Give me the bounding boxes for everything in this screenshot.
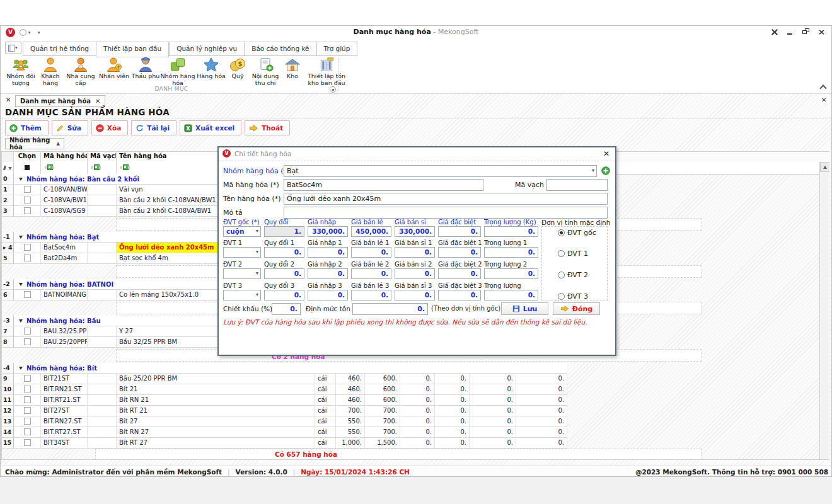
header-ma-hang-hoa[interactable]: Mã hàng hóa — [41, 152, 88, 162]
unit-value-field[interactable]: 0. — [395, 290, 435, 301]
add-group-icon[interactable] — [601, 166, 610, 175]
row-checkbox[interactable] — [24, 255, 31, 261]
close-button[interactable]: Đóng — [553, 302, 600, 315]
toolbar-item-nhan-vien[interactable]: Nhân viên — [97, 56, 131, 80]
document-tab[interactable]: Danh mục hàng hóa✕ — [15, 95, 105, 107]
close-all-tabs-icon[interactable]: ✕ — [6, 96, 11, 103]
collapse-triangle-icon[interactable] — [19, 319, 23, 323]
unit-value-field[interactable]: 1. — [264, 226, 304, 237]
unit-value-field[interactable]: 450,000. — [351, 226, 391, 237]
default-unit-radio[interactable]: ĐVT gốc — [558, 229, 596, 237]
scroll-up-icon[interactable] — [820, 162, 829, 172]
toolbar-item-quy[interactable]: $ Quỹ — [227, 56, 248, 80]
row-checkbox[interactable] — [24, 338, 31, 345]
group-dialog-launcher-icon[interactable] — [330, 86, 336, 93]
fit-window-icon[interactable] — [771, 28, 778, 36]
toolbar-item-hang-hoa[interactable]: Hàng hóa — [195, 56, 227, 80]
radio-icon[interactable] — [558, 272, 565, 278]
group-row[interactable]: -4Nhóm hàng hóa: Bít — [2, 363, 567, 374]
default-unit-radio[interactable]: ĐVT 2 — [558, 271, 588, 279]
group-by-button[interactable]: Nhóm hàng hóa▲ — [5, 138, 64, 149]
row-checkbox[interactable] — [24, 197, 31, 203]
unit-value-field[interactable]: 0. — [484, 290, 538, 301]
collapse-triangle-icon[interactable] — [19, 283, 23, 286]
row-checkbox[interactable] — [24, 428, 31, 435]
row-checkbox[interactable] — [24, 386, 31, 392]
filter-icon[interactable] — [47, 164, 53, 170]
row-checkbox[interactable] — [24, 207, 31, 214]
tab-bao-cao-thong-ke[interactable]: Báo cáo thống kê — [244, 42, 316, 56]
unit-value-field[interactable]: 0. — [484, 247, 538, 258]
unit-value-field[interactable]: 330,000. — [395, 226, 435, 237]
tab-quan-tri-he-thong[interactable]: Quản trị hệ thống — [23, 42, 96, 56]
unit-value-field[interactable]: 0. — [264, 290, 304, 301]
unit-value-field[interactable]: 0. — [351, 268, 391, 279]
exit-button[interactable]: Thoát — [245, 120, 290, 135]
unit-value-field[interactable]: 0. — [308, 247, 348, 258]
collapse-triangle-icon[interactable] — [19, 178, 23, 181]
default-unit-radio[interactable]: ĐVT 1 — [558, 249, 588, 258]
table-row[interactable]: 14BIT.RT27.STBít RN 27cái550.700.0.0.0.0… — [2, 427, 567, 438]
table-row[interactable]: 13BIT.RN27.STBít 27cái550.700.0.0.0.0. — [2, 416, 567, 427]
filter-icon[interactable] — [94, 164, 100, 170]
close-tab-right-icon[interactable]: ✕ — [821, 96, 826, 103]
vertical-scrollbar[interactable] — [819, 162, 829, 460]
name-input[interactable]: Ống lưới dẻo xanh 20x45m — [284, 193, 608, 205]
export-excel-button[interactable]: X Xuất excel — [180, 120, 241, 135]
close-icon[interactable]: × — [818, 28, 826, 36]
discount-input[interactable]: 0. — [272, 303, 301, 315]
toolbar-item-nha-cung-cap[interactable]: Nhà cung cấp — [64, 56, 97, 86]
toolbar-item-noi-dung-thu-chi[interactable]: Nội dung thu chi — [248, 56, 282, 86]
table-row[interactable]: 12BIT27STBít RT 21cái700.700.0.0.0.0. — [2, 406, 567, 416]
unit-value-field[interactable]: 0. — [438, 247, 481, 258]
radio-icon[interactable] — [558, 293, 565, 300]
default-unit-radio[interactable]: ĐVT 3 — [558, 292, 588, 301]
unit-value-field[interactable]: 0. — [308, 290, 348, 301]
row-checkbox[interactable] — [24, 418, 31, 425]
toolbar-item-thau-phu[interactable]: Thầu phụ — [131, 56, 160, 80]
toolbar-item-nhom-hang-hoa[interactable]: Nhóm hàng hóa — [160, 56, 195, 86]
filter-ma-vach[interactable] — [88, 162, 117, 174]
unit-value-field[interactable]: 0. — [351, 290, 391, 301]
restore-icon[interactable] — [802, 28, 810, 36]
unit-value-field[interactable]: 0. — [484, 226, 538, 237]
save-button[interactable]: Lưu — [501, 302, 548, 315]
table-row[interactable]: 10BIT.RN21.STBít 21cái460.600.0.0.0.0. — [2, 384, 567, 395]
barcode-input[interactable] — [546, 179, 608, 191]
ribbon-menu-button[interactable]: ▾ — [5, 42, 21, 54]
table-row[interactable]: 11BIT.RT21.STBít RN 21cái460.600.0.0.0.0… — [2, 395, 567, 406]
row-checkbox[interactable] — [24, 328, 31, 335]
header-ma-vach[interactable]: Mã vạch — [88, 152, 117, 162]
unit-value-field[interactable]: 0. — [264, 247, 304, 258]
table-row[interactable]: 9BIT21STBầu 25/20 PPR BMcái460.600.0.0.0… — [2, 374, 567, 384]
filter-select-all[interactable] — [14, 162, 41, 174]
row-checkbox[interactable] — [24, 439, 31, 446]
row-checkbox[interactable] — [24, 244, 31, 251]
unit-value-field[interactable]: 0. — [484, 268, 538, 279]
ribbon-collapse-icon[interactable] — [819, 84, 826, 91]
unit-value-field[interactable]: 0. — [438, 290, 481, 301]
toolbar-item-thiet-lap-ton-kho[interactable]: Thiết lập tồn kho ban đầu — [303, 56, 350, 86]
select-all-square-icon[interactable] — [25, 165, 30, 170]
unit-value-field[interactable]: 0. — [395, 268, 435, 279]
toolbar-item-khach-hang[interactable]: Khách hàng — [37, 56, 64, 86]
collapse-triangle-icon[interactable] — [19, 367, 23, 370]
delete-button[interactable]: Xóa — [91, 120, 128, 135]
tab-tro-giup[interactable]: Trợ giúp — [316, 42, 358, 56]
row-checkbox[interactable] — [24, 291, 31, 298]
reload-button[interactable]: Tải lại — [131, 120, 176, 135]
tab-thiet-lap-ban-dau[interactable]: Thiết lập ban đầu — [96, 42, 169, 57]
unit-select[interactable]: ▾ — [223, 268, 261, 279]
tab-close-icon[interactable]: ✕ — [95, 98, 100, 105]
filter-ma-hang-hoa[interactable] — [41, 162, 88, 174]
row-checkbox[interactable] — [24, 186, 31, 193]
toolbar-item-kho[interactable]: Kho — [282, 56, 303, 80]
minimize-icon[interactable] — [787, 28, 794, 36]
min-stock-input[interactable]: 0. — [352, 303, 428, 315]
table-row[interactable]: 15BIT34STBít RT 27cái1,000.1,500.0.0.0.0… — [2, 438, 567, 449]
toolbar-item-nhom-doi-tuong[interactable]: Nhóm đối tượng — [5, 56, 37, 86]
group-select[interactable]: Bạt▾ — [284, 165, 597, 177]
row-checkbox[interactable] — [24, 396, 31, 403]
unit-value-field[interactable]: 0. — [395, 247, 435, 258]
unit-select[interactable]: cuộn▾ — [223, 226, 261, 237]
